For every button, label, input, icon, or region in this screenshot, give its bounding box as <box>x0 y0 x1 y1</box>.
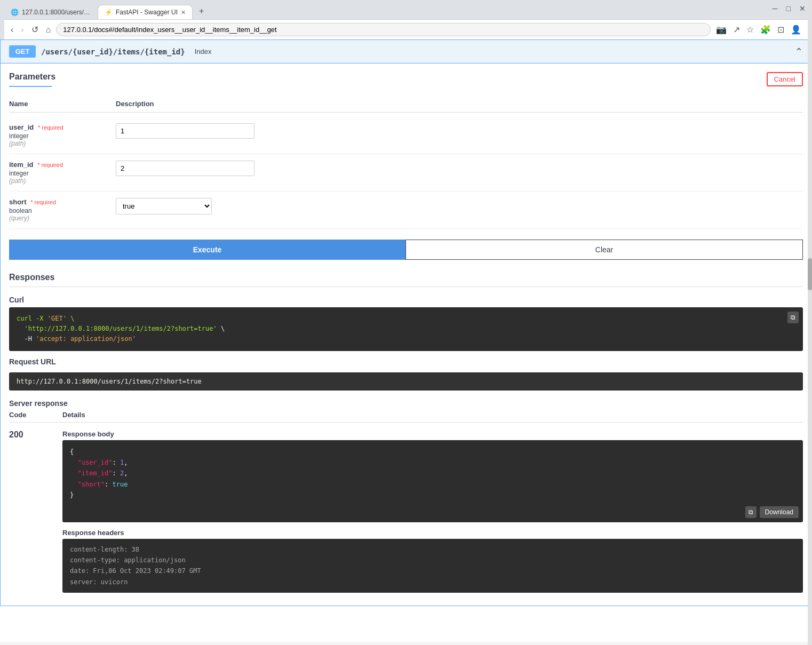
tab-active-label: FastAPI - Swagger UI <box>116 9 178 16</box>
new-tab-button[interactable]: + <box>193 3 210 19</box>
response-copy-button[interactable]: ⧉ <box>745 506 757 518</box>
home-button[interactable]: ⌂ <box>44 24 53 36</box>
params-table: Name Description user_id * required inte… <box>9 100 803 229</box>
server-response-section: Server response Code Details 200 Respons… <box>9 399 803 598</box>
tab-close-button[interactable]: ✕ <box>181 9 186 16</box>
forward-button[interactable]: › <box>19 24 26 36</box>
param-name-user-id: user_id * required integer (path) <box>9 123 116 147</box>
param-row-item-id: item_id * required integer (path) <box>9 154 803 192</box>
param-row-user-id: user_id * required integer (path) <box>9 117 803 154</box>
param-input-user-id <box>116 123 803 147</box>
clear-button[interactable]: Clear <box>405 240 803 260</box>
extensions-icon[interactable]: 🧩 <box>758 23 773 36</box>
curl-line2: 'http://127.0.0.1:8000/users/1/items/2?s… <box>17 325 225 332</box>
col-name: Name <box>9 100 116 108</box>
param-required-short: * required <box>30 199 56 205</box>
tab-active[interactable]: ⚡ FastAPI - Swagger UI ✕ <box>98 5 193 19</box>
param-label-short: short <box>9 198 27 206</box>
curl-line3: -H 'accept: application/json' <box>17 335 136 343</box>
download-button[interactable]: Download <box>760 506 799 518</box>
bookmark-icon[interactable]: ☆ <box>744 23 756 36</box>
collapse-icon[interactable]: ⌃ <box>795 46 803 58</box>
header-content-length: content-length: 38 <box>70 546 139 553</box>
action-buttons: Execute Clear <box>9 240 803 260</box>
param-name-short: short * required boolean (query) <box>9 198 116 222</box>
tab-inactive-favicon: 🌐 <box>11 9 19 16</box>
request-url-section: Request URL http://127.0.0.1:8000/users/… <box>9 357 803 391</box>
user-id-input[interactable] <box>116 123 254 139</box>
request-url-block: http://127.0.0.1:8000/users/1/items/2?sh… <box>9 372 803 391</box>
header-date: date: Fri,06 Oct 2023 02:49:07 GMT <box>70 567 201 575</box>
scrollbar-thumb[interactable] <box>808 258 812 290</box>
response-item-id-line: "item_id": 2, <box>70 469 128 477</box>
param-input-short: true false <box>116 198 803 222</box>
request-url-label: Request URL <box>9 357 803 366</box>
restore-button[interactable]: □ <box>786 4 791 13</box>
back-button[interactable]: ‹ <box>9 24 15 36</box>
address-bar[interactable] <box>56 23 711 36</box>
response-headers-block: content-length: 38 content-type: applica… <box>62 539 803 593</box>
param-row-short: short * required boolean (query) true fa… <box>9 192 803 229</box>
endpoint-header[interactable]: GET /users/{user_id}/items/{item_id} Ind… <box>0 39 812 63</box>
response-actions: ⧉ Download <box>745 506 799 518</box>
response-headers-label: Response headers <box>62 529 803 537</box>
responses-title: Responses <box>9 273 803 282</box>
curl-section: Curl curl -X 'GET' \ 'http://127.0.0.1:8… <box>9 296 803 351</box>
param-type-item-id: integer <box>9 170 116 177</box>
param-required-item-id: * required <box>37 162 63 168</box>
tab-inactive[interactable]: 🌐 127.0.0.1:8000/users/1/items/2?… <box>4 5 98 19</box>
request-url-value: http://127.0.0.1:8000/users/1/items/2?sh… <box>17 378 202 385</box>
curl-label: Curl <box>9 296 803 304</box>
response-short-line: "short": true <box>70 481 128 488</box>
param-name-item-id: item_id * required integer (path) <box>9 161 116 185</box>
method-badge: GET <box>9 45 36 58</box>
minimize-button[interactable]: ─ <box>773 4 778 13</box>
scrollbar-track[interactable] <box>808 0 812 642</box>
server-response-label: Server response <box>9 399 803 408</box>
params-table-header: Name Description <box>9 100 803 113</box>
execute-button[interactable]: Execute <box>9 240 405 260</box>
curl-block: curl -X 'GET' \ 'http://127.0.0.1:8000/u… <box>9 307 803 351</box>
param-label-user-id: user_id <box>9 123 34 131</box>
curl-line1: curl -X 'GET' \ <box>17 315 74 322</box>
header-server: server: uvicorn <box>70 578 128 586</box>
response-details: Response body { "user_id": 1, "item_id":… <box>62 430 803 593</box>
response-body-block: { "user_id": 1, "item_id": 2, "short": t… <box>62 440 803 522</box>
endpoint-header-left: GET /users/{user_id}/items/{item_id} Ind… <box>9 45 212 58</box>
short-select[interactable]: true false <box>116 198 212 214</box>
share-icon[interactable]: ↗ <box>731 23 742 36</box>
param-required-user-id: * required <box>38 124 63 131</box>
response-body-label: Response body <box>62 430 803 438</box>
response-code-200: 200 <box>9 430 62 593</box>
param-location-short: (query) <box>9 214 116 222</box>
endpoint-body: Parameters Cancel Name Description user_… <box>0 63 812 606</box>
col-description: Description <box>116 100 803 108</box>
close-button[interactable]: ✕ <box>799 4 806 13</box>
response-body-section: Response body { "user_id": 1, "item_id":… <box>62 430 803 522</box>
curl-copy-button[interactable]: ⧉ <box>787 312 799 323</box>
param-location-item-id: (path) <box>9 177 116 185</box>
reload-button[interactable]: ↺ <box>29 23 41 36</box>
code-col-header: Code <box>9 411 62 419</box>
item-id-input[interactable] <box>116 161 254 176</box>
tab-active-favicon: ⚡ <box>105 9 113 16</box>
profile-icon[interactable]: 👤 <box>789 23 803 36</box>
screenshot-icon[interactable]: 📷 <box>714 23 729 36</box>
section-underline <box>9 86 52 87</box>
response-user-id-line: "user_id": 1, <box>70 459 128 466</box>
page-content: GET /users/{user_id}/items/{item_id} Ind… <box>0 39 812 642</box>
param-type-user-id: integer <box>9 132 116 140</box>
params-header: Parameters Cancel <box>9 72 803 95</box>
parameters-title-block: Parameters <box>9 72 55 95</box>
response-table-header: Code Details <box>9 411 803 423</box>
cancel-button[interactable]: Cancel <box>767 72 803 86</box>
response-row-200: 200 Response body { "user_id": 1, "item_… <box>9 426 803 598</box>
tab-inactive-label: 127.0.0.1:8000/users/1/items/2?… <box>22 9 91 16</box>
param-location-user-id: (path) <box>9 140 116 147</box>
details-col-header: Details <box>62 411 803 419</box>
responses-section: Responses Curl curl -X 'GET' \ 'http://1… <box>9 273 803 597</box>
layout-icon[interactable]: ⊡ <box>775 23 786 36</box>
param-type-short: boolean <box>9 207 116 214</box>
endpoint-summary: Index <box>195 47 212 55</box>
response-headers-section: Response headers content-length: 38 cont… <box>62 529 803 593</box>
